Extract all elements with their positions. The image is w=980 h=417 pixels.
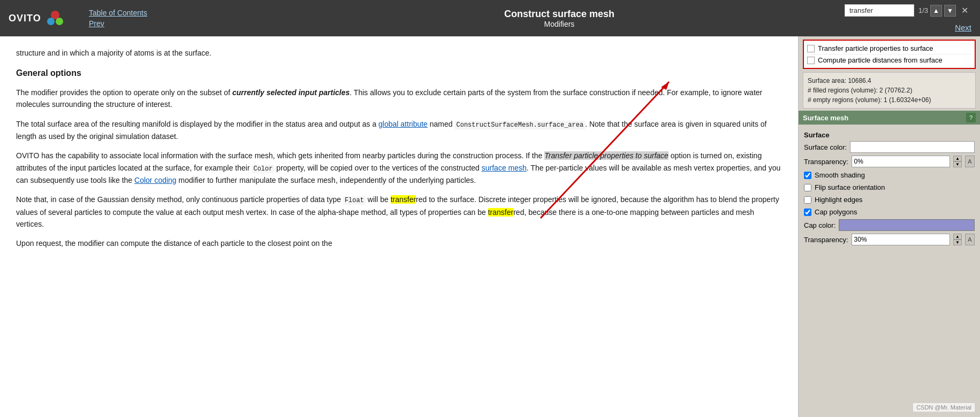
transparency-a-button[interactable]: A (965, 156, 975, 167)
intro-text: structure and in which a majority of ato… (16, 47, 782, 59)
para2: The total surface area of the resulting … (16, 118, 782, 143)
logo-text: OVITO (9, 13, 41, 24)
smooth-shading-checkbox[interactable] (804, 172, 811, 179)
search-input[interactable] (845, 4, 914, 17)
surface-sublabel: Surface (804, 131, 975, 139)
highlight-edges-label: Highlight edges (815, 196, 863, 204)
main-layout: structure and in which a majority of ato… (0, 36, 980, 417)
next-link[interactable]: Next (955, 23, 971, 32)
transparency-row: Transparency: ▲ ▼ A (804, 156, 975, 167)
cap-transparency-up-button[interactable]: ▲ (953, 234, 962, 240)
flip-surface-checkbox[interactable] (804, 184, 811, 191)
page-subtitle: Modifiers (147, 20, 971, 28)
search-prev-button[interactable]: ▲ (930, 5, 942, 17)
para3: OVITO has the capability to associate lo… (16, 150, 782, 186)
highlight-edges-row: Highlight edges (804, 195, 975, 205)
cap-transparency-spinner: ▲ ▼ (953, 234, 962, 245)
panel-section: Surface Surface color: Transparency: ▲ ▼… (799, 125, 980, 251)
color-coding-link[interactable]: Color coding (134, 176, 177, 184)
logo-icon (44, 7, 66, 29)
para4: Note that, in case of the Gaussian densi… (16, 194, 782, 230)
transparency-up-button[interactable]: ▲ (953, 156, 962, 161)
cap-polygons-row: Cap polygons (804, 207, 975, 217)
stats-area: Surface area: 10686.4 # filled regions (… (803, 72, 976, 109)
search-result-item-1: Transfer particle properties to surface (807, 43, 971, 55)
transparency-down-button[interactable]: ▼ (953, 161, 962, 167)
logo-area: OVITO (9, 7, 73, 29)
smooth-shading-row: Smooth shading (804, 170, 975, 180)
watermark: CSDN @Mr. Material (913, 403, 975, 412)
smooth-shading-label: Smooth shading (815, 171, 865, 179)
cap-transparency-input[interactable] (852, 234, 950, 245)
surface-area-stat: Surface area: 10686.4 (808, 76, 971, 86)
nav-links: Table of Contents Prev (89, 9, 147, 28)
flip-surface-row: Flip surface orientation (804, 182, 975, 192)
prev-link[interactable]: Prev (89, 19, 147, 28)
table-of-contents-link[interactable]: Table of Contents (89, 9, 147, 17)
svg-point-2 (56, 18, 63, 25)
surface-mesh-link[interactable]: surface mesh (482, 164, 527, 172)
header: OVITO Table of Contents Prev Construct s… (0, 0, 980, 36)
search-result-item-2: Compute particle distances from surface (807, 55, 971, 66)
surface-color-row: Surface color: (804, 141, 975, 153)
cap-transparency-down-button[interactable]: ▼ (953, 240, 962, 245)
cap-polygons-checkbox[interactable] (804, 208, 811, 216)
search-result-box: Transfer particle properties to surface … (803, 40, 976, 69)
flip-surface-label: Flip surface orientation (815, 183, 885, 191)
surface-color-swatch[interactable] (850, 141, 975, 153)
compute-label: Compute particle distances from surface (818, 56, 943, 64)
svg-point-1 (47, 18, 55, 25)
highlight-edges-checkbox[interactable] (804, 196, 811, 204)
para1: The modifier provides the option to oper… (16, 87, 782, 111)
surface-mesh-label: Surface mesh (803, 114, 848, 122)
surface-color-label: Surface color: (804, 143, 847, 151)
para5: Upon request, the modifier can compute t… (16, 237, 782, 249)
cap-transparency-row: Transparency: ▲ ▼ A (804, 234, 975, 245)
empty-regions-stat: # empty regions (volume): 1 (1.60324e+06… (808, 95, 971, 105)
transparency-label: Transparency: (804, 158, 848, 166)
surface-mesh-header: Surface mesh ? (799, 111, 980, 125)
cap-color-swatch[interactable] (839, 219, 975, 231)
compute-checkbox (807, 57, 815, 64)
help-button[interactable]: ? (966, 113, 976, 122)
cap-color-label: Cap color: (804, 221, 835, 229)
search-next-button[interactable]: ▼ (944, 5, 956, 17)
search-count: 1/3 (918, 6, 928, 14)
cap-transparency-a-button[interactable]: A (965, 234, 975, 245)
search-close-button[interactable]: ✕ (958, 4, 971, 17)
transfer-label: Transfer particle properties to surface (818, 44, 933, 52)
transparency-spinner: ▲ ▼ (953, 156, 962, 167)
cap-color-row: Cap color: (804, 219, 975, 231)
filled-regions-stat: # filled regions (volume): 2 (70762.2) (808, 86, 971, 95)
transparency-input[interactable] (852, 156, 950, 167)
right-panel: Transfer particle properties to surface … (798, 36, 980, 417)
transfer-checkbox (807, 45, 815, 52)
search-area: 1/3 ▲ ▼ ✕ (845, 4, 971, 17)
cap-transparency-label: Transparency: (804, 236, 848, 244)
section-title: General options (16, 66, 782, 80)
content-area: structure and in which a majority of ato… (0, 36, 798, 417)
cap-polygons-label: Cap polygons (815, 208, 857, 216)
global-attribute-link[interactable]: global attribute (378, 120, 428, 128)
